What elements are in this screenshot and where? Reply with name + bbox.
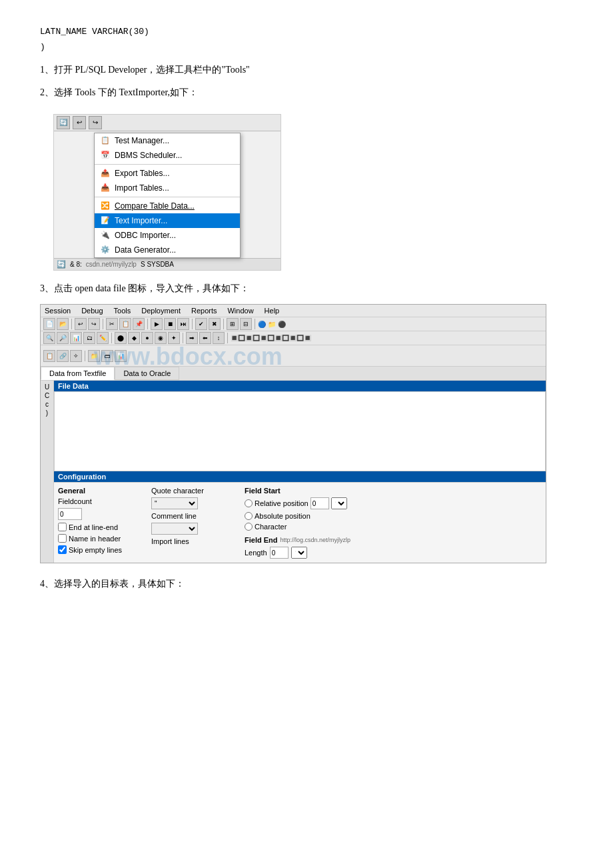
tb-commit[interactable]: ✔ (195, 318, 207, 330)
length-select[interactable]: ▼ (291, 547, 307, 559)
absolute-position-radio[interactable] (245, 512, 253, 520)
text-importer-label: Text Importer... (115, 216, 235, 225)
menu-help[interactable]: Help (263, 306, 281, 315)
length-row: Length ▼ (245, 547, 364, 559)
skip-empty-lines-checkbox[interactable] (58, 545, 67, 554)
data-generator-icon: ⚙️ (100, 245, 111, 255)
length-label: Length (245, 549, 267, 557)
menu-session[interactable]: Session (43, 306, 72, 315)
menu-deployment[interactable]: Deployment (140, 306, 182, 315)
tb-grid2[interactable]: ⊟ (240, 318, 252, 330)
tb-sep-4 (192, 319, 193, 329)
menu-reports[interactable]: Reports (190, 306, 219, 315)
menu-item-data-generator[interactable]: ⚙️ Data Generator... (95, 243, 240, 257)
tb-grid1[interactable]: ⊞ (227, 318, 239, 330)
quote-char-label: Quote character (151, 487, 204, 495)
tb-open[interactable]: 📂 (57, 318, 69, 330)
bottom-icon-1: 🔄 (57, 260, 66, 269)
menu-window[interactable]: Window (226, 306, 255, 315)
tb-rollback[interactable]: ✖ (209, 318, 221, 330)
tb-redo[interactable]: ↪ (88, 318, 100, 330)
code-line: LATN_NAME VARCHAR(30) (40, 27, 573, 37)
tb-r2[interactable]: 🔎 (57, 332, 69, 344)
tb-sep-t1 (85, 351, 85, 361)
step3-text: 3、点击 open data file 图标，导入文件，具体如下： (40, 281, 573, 296)
tb-undo[interactable]: ↩ (75, 318, 87, 330)
export-tables-label: Export Tables... (115, 169, 235, 178)
end-at-line-end-row: End at line-end (58, 523, 138, 531)
field-start-col: Field Start Relative position ▼ Absolute… (245, 487, 364, 559)
file-data-section: File Data (54, 381, 546, 391)
tb-sep-r1 (111, 333, 112, 343)
tb-t3[interactable]: ✧ (70, 350, 82, 362)
importer-menubar: Session Debug Tools Deployment Reports W… (41, 305, 546, 317)
tb-paste[interactable]: 📌 (133, 318, 145, 330)
import-tables-icon: 📥 (100, 183, 111, 193)
tb-sep-2 (103, 319, 103, 329)
menu-item-test-manager[interactable]: 📋 Test Manager... (95, 133, 240, 148)
tb-new[interactable]: 📄 (43, 318, 55, 330)
menu-item-import-tables[interactable]: 📥 Import Tables... (95, 181, 240, 195)
importer-main: File Data Configuration General Fieldcou… (54, 381, 546, 563)
export-tables-icon: 📤 (100, 168, 111, 179)
tb-sep-1 (71, 319, 72, 329)
relative-position-select[interactable]: ▼ (331, 497, 347, 509)
tb-stop[interactable]: ⏹ (164, 318, 176, 330)
step2-text: 2、选择 Tools 下的 TextImporter,如下： (40, 85, 573, 100)
skip-empty-lines-label: Skip empty lines (69, 546, 122, 554)
comment-line-select[interactable] (151, 523, 198, 535)
tb-copy[interactable]: 📋 (119, 318, 131, 330)
comment-select-row (151, 523, 231, 535)
character-row: Character (245, 523, 364, 531)
fieldcount-input-row (58, 508, 138, 520)
menu-tools[interactable]: Tools (113, 306, 133, 315)
field-end-label: Field End (245, 536, 278, 544)
toolbar-icon-2: ↩ (73, 116, 86, 129)
csdn-watermark: http://log.csdn.net/myjlyzlp (281, 537, 351, 543)
compare-table-icon: 🔀 (100, 201, 111, 211)
toolbar-extra: 🔵 📁 ⚫ (258, 321, 286, 328)
toolbar-row-1: 📄 📂 ↩ ↪ ✂ 📋 📌 ▶ ⏹ ⏭ ✔ ✖ ⊞ ⊟ 🔵 📁 ⚫ (41, 317, 546, 331)
toolbar-icon-3: ↪ (89, 116, 102, 129)
menu-item-dbms-scheduler[interactable]: 📅 DBMS Scheduler... (95, 148, 240, 163)
fieldcount-input[interactable] (58, 508, 82, 520)
paren-line: ) (40, 42, 573, 52)
quote-label-row: Quote character (151, 487, 231, 495)
fieldcount-label: Fieldcount (58, 497, 92, 505)
tb-t2[interactable]: 🔗 (57, 350, 69, 362)
menu-debug[interactable]: Debug (80, 306, 104, 315)
end-at-line-end-checkbox[interactable] (58, 523, 67, 531)
quote-select-row: " ' (151, 497, 231, 509)
tb-step[interactable]: ⏭ (177, 318, 189, 330)
menu-item-compare-table[interactable]: 🔀 Compare Table Data... (95, 199, 240, 213)
name-in-header-checkbox[interactable] (58, 534, 67, 543)
fieldcount-row: Fieldcount (58, 497, 138, 505)
test-manager-icon: 📋 (100, 135, 111, 146)
menu-item-export-tables[interactable]: 📤 Export Tables... (95, 166, 240, 181)
tb-sep-r2 (183, 333, 183, 343)
test-manager-label: Test Manager... (115, 136, 235, 145)
quote-char-select[interactable]: " ' (151, 497, 198, 509)
general-label: General (58, 487, 138, 495)
tb-cut[interactable]: ✂ (106, 318, 118, 330)
sidebar-letter-paren: ) (46, 409, 48, 417)
character-label: Character (255, 523, 287, 531)
importer-body: U C c ) File Data Configuration General … (41, 381, 546, 563)
character-radio[interactable] (245, 523, 253, 531)
tb-sep-5 (223, 319, 224, 329)
menu-item-text-importer[interactable]: 📝 Text Importer... (95, 213, 240, 228)
menu-item-odbc-importer[interactable]: 🔌 ODBC Importer... (95, 228, 240, 243)
dbms-scheduler-icon: 📅 (100, 150, 111, 161)
skip-empty-lines-row: Skip empty lines (58, 545, 138, 554)
tb-run[interactable]: ▶ (151, 318, 163, 330)
separator-1 (95, 164, 240, 165)
toolbar-row-3: 📋 🔗 ✧ 📁 🗃 📊 www.bdocx.com (41, 345, 546, 367)
relative-position-input[interactable] (310, 497, 329, 509)
tb-r1[interactable]: 🔍 (43, 332, 55, 344)
separator-2 (95, 197, 240, 197)
tb-t1[interactable]: 📋 (43, 350, 55, 362)
length-input[interactable] (270, 547, 289, 559)
tb-r3[interactable]: 📊 (70, 332, 82, 344)
relative-position-radio[interactable] (245, 499, 253, 507)
text-importer-icon: 📝 (100, 215, 111, 226)
